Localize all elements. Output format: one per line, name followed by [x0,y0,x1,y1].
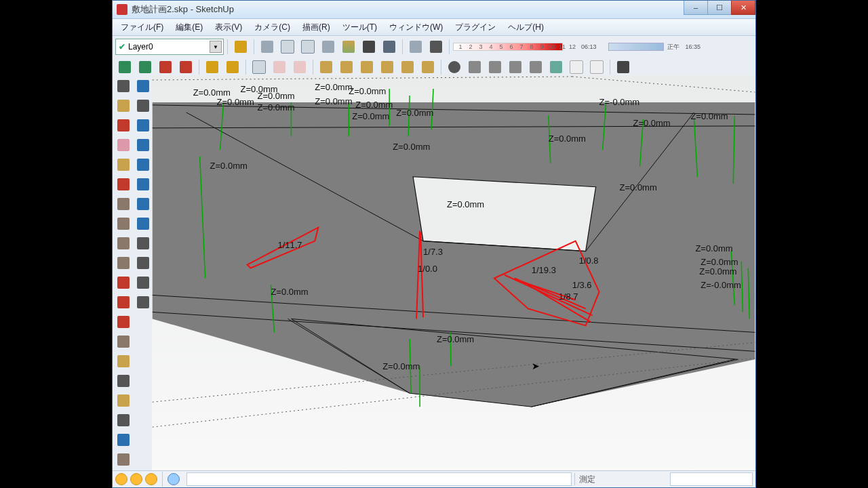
line-tool[interactable] [114,175,133,194]
stamp-icon[interactable] [176,58,195,76]
menu-view[interactable]: 表示(V) [211,20,246,35]
component-tool[interactable] [114,96,133,115]
shadow-toggle-icon[interactable] [406,38,425,56]
section-tool[interactable] [134,293,153,312]
menu-help[interactable]: ヘルプ(H) [504,20,548,35]
menu-plugins[interactable]: プラグイン [451,20,500,35]
menu-file[interactable]: ファイル(F) [117,20,167,35]
style7-icon[interactable] [587,58,606,76]
view-mono-icon[interactable] [359,38,378,56]
view-hidden-icon[interactable] [298,38,317,56]
style6-icon[interactable] [567,58,586,76]
position-camera-tool[interactable] [134,234,153,253]
house6-icon[interactable] [418,58,437,76]
lookaround-tool[interactable] [134,253,153,272]
paint-bucket-tool[interactable] [114,116,133,135]
walk-tool[interactable] [134,273,153,292]
smoove-icon[interactable] [156,58,175,76]
followme-tool[interactable] [114,371,133,390]
protractor-tool[interactable] [114,411,133,430]
3dtext-tool[interactable] [134,96,153,115]
search-icon[interactable] [445,58,464,76]
menu-camera[interactable]: カメラ(C) [250,20,294,35]
tape-tool[interactable] [114,391,133,410]
menu-edit[interactable]: 編集(E) [172,20,207,35]
text-tool[interactable] [114,450,133,469]
plugin-icon[interactable] [614,58,633,76]
status-icon-1[interactable] [115,473,127,485]
eraser-tool[interactable] [114,136,133,155]
svg-text:1/3.6: 1/3.6 [572,280,592,290]
status-icon-3[interactable] [145,473,157,485]
circle-tool[interactable] [114,195,133,214]
house3-icon[interactable] [357,58,376,76]
component-icon [117,100,130,112]
shadow-settings-icon[interactable] [427,38,446,56]
time-slider[interactable]: 06:13 正午 16:35 [578,43,703,52]
layers-icon[interactable] [231,38,250,56]
dimension-tool[interactable] [114,430,133,449]
section-display-icon[interactable] [203,58,222,76]
minimize-button[interactable]: – [684,1,708,15]
view-shaded-icon[interactable] [319,38,338,56]
rectangle-tool[interactable] [114,155,133,174]
help-icon[interactable] [167,473,180,485]
polygon-icon [117,237,130,249]
freehand-tool[interactable] [114,253,133,272]
separator [227,39,228,54]
svg-text:Z=0.0mm: Z=0.0mm [695,243,732,253]
sunrise-time: 06:13 [581,43,597,50]
menu-tools[interactable]: ツール(T) [338,20,381,35]
previous-tool[interactable] [134,195,153,214]
separator [449,39,450,54]
house5-icon[interactable] [398,58,417,76]
axes-tool[interactable] [134,77,153,96]
pan-tool[interactable] [134,136,153,155]
sandbox-grid-icon[interactable] [115,58,134,76]
viewport[interactable]: Z=0.0mm Z=0.0mm Z=0.0mm Z=0.0mm Z=0.0mm … [152,75,755,471]
style1-icon[interactable] [465,58,484,76]
face-style2-icon[interactable] [290,58,309,76]
house2-icon[interactable] [337,58,356,76]
select-tool[interactable] [114,77,133,96]
style3-icon[interactable] [506,58,525,76]
view-xray-icon[interactable] [380,38,399,56]
view-shadedtex-icon[interactable] [339,38,358,56]
orbit-tool[interactable] [134,116,153,135]
style4-icon[interactable] [526,58,545,76]
rotate-tool[interactable] [114,293,133,312]
menu-draw[interactable]: 描画(R) [298,20,334,35]
menu-window[interactable]: ウィンドウ(W) [385,20,447,35]
face-style-icon[interactable] [270,58,289,76]
sandbox-scratch-icon[interactable] [136,58,155,76]
style5-icon[interactable] [547,58,566,76]
house4-icon[interactable] [378,58,397,76]
next-tool[interactable] [134,214,153,233]
status-icon-2[interactable] [130,473,142,485]
view-iso-icon[interactable] [258,38,277,56]
separator [313,60,313,75]
style2-icon[interactable] [486,58,505,76]
view-wire-icon[interactable] [278,38,297,56]
move-tool[interactable] [114,273,133,292]
pan-icon [137,139,149,151]
arc-tool[interactable] [114,214,133,233]
3dtext-icon [137,100,149,112]
scale-tool[interactable] [114,312,133,331]
layer-dropdown[interactable]: ✔ Layer0 ▼ [115,39,224,55]
section-plane-icon[interactable] [250,58,269,76]
svg-text:Z=0.0mm: Z=0.0mm [352,111,389,121]
section-cut-icon[interactable] [223,58,242,76]
svg-text:Z=0.0mm: Z=0.0mm [257,91,294,101]
close-button[interactable]: ✕ [731,1,755,15]
pushpull-tool[interactable] [114,352,133,371]
zoomextents-tool[interactable] [134,175,153,194]
house1-icon[interactable] [317,58,336,76]
maximize-button[interactable]: ☐ [707,1,732,15]
measurement-input[interactable] [670,472,753,486]
check-icon: ✔ [119,42,125,52]
zoom-tool[interactable] [134,155,153,174]
polygon-tool[interactable] [114,234,133,253]
offset-tool[interactable] [114,332,133,351]
svg-text:Z=0.0mm: Z=0.0mm [549,134,586,144]
